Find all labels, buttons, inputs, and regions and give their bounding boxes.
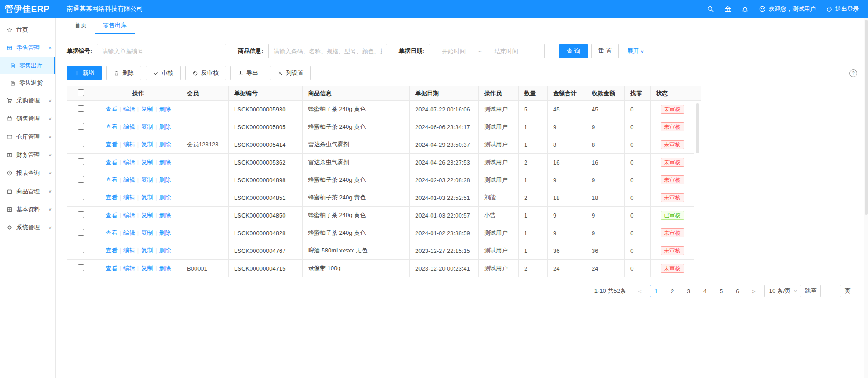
page-button-4[interactable]: 4 — [699, 285, 711, 297]
edit-link[interactable]: 编辑 — [123, 265, 135, 271]
row-checkbox[interactable] — [78, 105, 84, 112]
status-badge: 未审核 — [661, 105, 684, 114]
edit-link[interactable]: 编辑 — [123, 159, 135, 165]
delete-link[interactable]: 删除 — [159, 176, 171, 183]
copy-link[interactable]: 复制 — [141, 265, 153, 271]
sidebar-item-home[interactable]: 首页 — [0, 21, 55, 39]
delete-button[interactable]: 删除 — [106, 66, 141, 80]
row-checkbox[interactable] — [78, 247, 84, 253]
date-end-input[interactable] — [485, 48, 527, 55]
page-button-2[interactable]: 2 — [666, 285, 679, 297]
page-button-3[interactable]: 3 — [682, 285, 695, 297]
sidebar-item-system[interactable]: 系统管理∨ — [0, 218, 55, 237]
jump-page-input[interactable] — [820, 285, 841, 297]
date-start-input[interactable] — [433, 48, 475, 55]
copy-link[interactable]: 复制 — [141, 176, 153, 183]
copy-link[interactable]: 复制 — [141, 229, 153, 236]
edit-link[interactable]: 编辑 — [123, 123, 135, 130]
row-checkbox[interactable] — [78, 194, 84, 200]
delete-link[interactable]: 删除 — [159, 265, 171, 271]
audit-button[interactable]: 审核 — [146, 66, 181, 80]
column-settings-button[interactable]: 列设置 — [270, 66, 311, 80]
view-link[interactable]: 查看 — [105, 106, 117, 112]
edit-link[interactable]: 编辑 — [123, 212, 135, 218]
row-checkbox[interactable] — [78, 123, 84, 130]
view-link[interactable]: 查看 — [105, 247, 117, 254]
sidebar-item-purchase[interactable]: 采购管理∨ — [0, 92, 55, 110]
reset-button[interactable]: 重 置 — [591, 44, 619, 58]
view-link[interactable]: 查看 — [105, 212, 117, 218]
sidebar-item-retail-return[interactable]: 零售退货 — [0, 74, 55, 92]
page-size-select[interactable]: 10 条/页 ∨ — [764, 285, 801, 297]
sidebar-item-report[interactable]: 报表查询∨ — [0, 164, 55, 182]
sidebar-item-basic[interactable]: 基本资料∨ — [0, 200, 55, 218]
view-link[interactable]: 查看 — [105, 229, 117, 236]
view-link[interactable]: 查看 — [105, 141, 117, 148]
select-all-checkbox[interactable] — [78, 89, 84, 96]
edit-link[interactable]: 编辑 — [123, 141, 135, 148]
copy-link[interactable]: 复制 — [141, 194, 153, 201]
copy-link[interactable]: 复制 — [141, 247, 153, 254]
row-checkbox[interactable] — [78, 158, 84, 165]
page-scrollbar-thumb[interactable] — [865, 20, 868, 215]
copy-link[interactable]: 复制 — [141, 159, 153, 165]
edit-link[interactable]: 编辑 — [123, 229, 135, 236]
delete-link[interactable]: 删除 — [159, 159, 171, 165]
sidebar-item-warehouse[interactable]: 仓库管理∨ — [0, 128, 55, 146]
delete-link[interactable]: 删除 — [159, 141, 171, 148]
copy-link[interactable]: 复制 — [141, 141, 153, 148]
view-link[interactable]: 查看 — [105, 123, 117, 130]
delete-link[interactable]: 删除 — [159, 106, 171, 112]
logout-button[interactable]: 退出登录 — [826, 5, 859, 13]
next-page-button[interactable]: > — [748, 285, 760, 297]
scrollbar-thumb[interactable] — [696, 103, 699, 153]
tab-home[interactable]: 首页 — [67, 18, 95, 34]
page-button-1[interactable]: 1 — [650, 285, 662, 297]
page-button-5[interactable]: 5 — [715, 285, 728, 297]
sidebar-item-finance[interactable]: 财务管理∨ — [0, 146, 55, 164]
view-link[interactable]: 查看 — [105, 159, 117, 165]
edit-link[interactable]: 编辑 — [123, 176, 135, 183]
view-link[interactable]: 查看 — [105, 265, 117, 271]
page-scrollbar[interactable] — [864, 18, 868, 378]
help-icon[interactable]: ? — [849, 69, 857, 77]
sidebar-item-sales[interactable]: 销售管理∨ — [0, 110, 55, 128]
row-checkbox[interactable] — [78, 264, 84, 271]
user-welcome[interactable]: 欢迎您，测试用户 — [759, 5, 816, 13]
row-checkbox[interactable] — [78, 229, 84, 236]
export-button[interactable]: 导出 — [230, 66, 265, 80]
search-button[interactable]: 查 询 — [559, 44, 588, 58]
copy-link[interactable]: 复制 — [141, 123, 153, 130]
org-icon[interactable] — [724, 5, 731, 13]
delete-link[interactable]: 删除 — [159, 247, 171, 254]
edit-link[interactable]: 编辑 — [123, 106, 135, 112]
tab-retail-outbound[interactable]: 零售出库 — [95, 18, 135, 34]
sidebar-item-retail[interactable]: 零售管理∧ — [0, 39, 55, 57]
page-button-6[interactable]: 6 — [731, 285, 744, 297]
edit-link[interactable]: 编辑 — [123, 247, 135, 254]
row-checkbox[interactable] — [78, 176, 84, 183]
table-scrollbar[interactable] — [694, 86, 701, 277]
expand-link[interactable]: 展开 ∨ — [627, 47, 643, 55]
edit-link[interactable]: 编辑 — [123, 194, 135, 201]
delete-link[interactable]: 删除 — [159, 212, 171, 218]
unaudit-button[interactable]: 反审核 — [185, 66, 226, 80]
view-link[interactable]: 查看 — [105, 176, 117, 183]
sidebar-item-retail-outbound[interactable]: 零售出库 — [0, 57, 55, 74]
copy-link[interactable]: 复制 — [141, 212, 153, 218]
sidebar-item-goods[interactable]: 商品管理∨ — [0, 182, 55, 200]
bill-no-input[interactable] — [97, 44, 226, 58]
copy-link[interactable]: 复制 — [141, 106, 153, 112]
date-range-picker[interactable]: ~ — [429, 44, 545, 58]
view-link[interactable]: 查看 — [105, 194, 117, 201]
delete-link[interactable]: 删除 — [159, 229, 171, 236]
goods-info-input[interactable] — [268, 44, 387, 58]
delete-link[interactable]: 删除 — [159, 194, 171, 201]
bell-icon[interactable] — [741, 5, 749, 13]
row-checkbox[interactable] — [78, 141, 84, 147]
prev-page-button[interactable]: < — [633, 285, 646, 297]
row-checkbox[interactable] — [78, 211, 84, 218]
search-icon[interactable] — [707, 5, 714, 13]
delete-link[interactable]: 删除 — [159, 123, 171, 130]
add-button[interactable]: 新增 — [67, 66, 102, 80]
